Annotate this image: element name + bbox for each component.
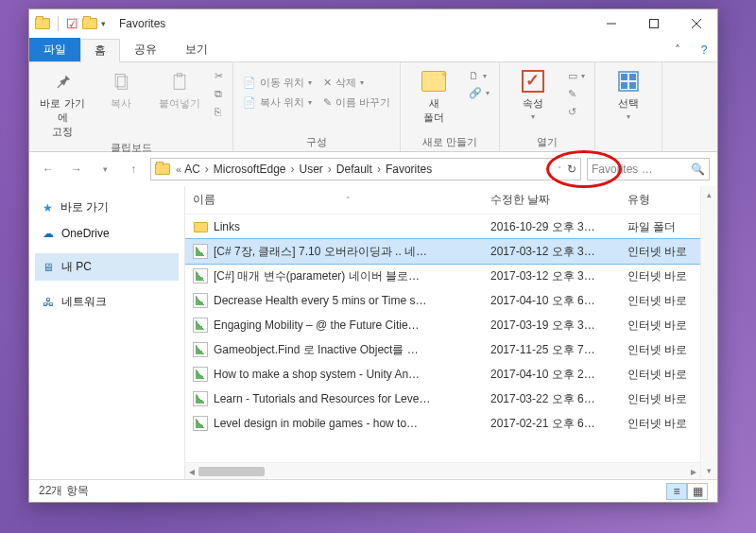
sidebar: ★바로 가기☁OneDrive🖥내 PC🖧네트워크 — [29, 186, 185, 479]
table-row[interactable]: Learn - Tutorials and Resources for Leve… — [185, 387, 700, 411]
select-button[interactable]: 선택 ▾ — [601, 64, 656, 121]
titlebar: ☑ ▾ Favorites — [29, 9, 717, 38]
file-type: 인터넷 바로 — [620, 416, 700, 432]
sidebar-item-net[interactable]: 🖧네트워크 — [35, 288, 179, 316]
table-row[interactable]: [C# 7장, 클래스] 7.10 오버라이딩과 .. 네…2017-03-12… — [185, 239, 700, 264]
forward-button[interactable]: → — [65, 158, 88, 181]
file-date: 2017-03-22 오후 6… — [483, 391, 620, 407]
rename-button[interactable]: ✎이름 바꾸기 — [319, 94, 394, 112]
edit-button[interactable]: ✎ — [564, 86, 589, 102]
file-type: 인터넷 바로 — [620, 342, 700, 358]
file-date: 2017-11-25 오후 7… — [483, 342, 620, 358]
easy-access-button[interactable]: 🔗▾ — [465, 85, 493, 101]
address-dropdown-icon[interactable]: ˅ — [558, 165, 561, 174]
table-row[interactable]: Links2016-10-29 오후 3…파일 폴더 — [185, 215, 700, 239]
table-row[interactable]: How to make a shop system - Unity An…201… — [185, 362, 700, 387]
up-button[interactable]: ↑ — [122, 158, 145, 181]
svg-rect-9 — [621, 74, 627, 80]
open-button[interactable]: ▭▾ — [564, 68, 589, 84]
open-icon: ▭ — [568, 70, 577, 82]
sidebar-item-label: 내 PC — [61, 259, 92, 275]
window-title: Favorites — [119, 17, 165, 30]
new-folder-button[interactable]: 새 폴더 — [406, 64, 461, 125]
ribbon: 바로 가기에 고정 복사 붙여넣기 ✂ ⧉ ⎘ 클립보드 — [29, 62, 717, 152]
recent-button[interactable]: ▾ — [94, 158, 116, 181]
file-date: 2017-02-21 오후 6… — [483, 416, 620, 432]
file-name: [C#] 매개 변수(parameter) 네이버 블로… — [214, 268, 420, 284]
new-item-button[interactable]: 🗋▾ — [465, 68, 493, 83]
back-button[interactable]: ← — [37, 158, 60, 181]
copy-button[interactable]: 복사 — [94, 64, 148, 111]
breadcrumb-microsoftedge[interactable]: MicrosoftEdge — [211, 163, 289, 176]
tab-file[interactable]: 파일 — [29, 38, 80, 61]
breadcrumb-user[interactable]: User — [297, 163, 326, 176]
explorer-window: ☑ ▾ Favorites 파일 홈 공유 보기 ˄ ? 바로 가기에 고정 — [28, 9, 718, 503]
table-row[interactable]: Decrease Health every 5 mins or Time s…2… — [185, 288, 700, 313]
view-details-button[interactable]: ≡ — [666, 483, 687, 500]
copy-path-button[interactable]: ⧉ — [211, 86, 227, 102]
file-type: 인터넷 바로 — [620, 293, 700, 309]
properties-button[interactable]: 속성 ▾ — [506, 64, 560, 121]
svg-rect-12 — [629, 82, 636, 89]
delete-button[interactable]: ✕삭제▾ — [319, 74, 394, 92]
history-button[interactable]: ↺ — [564, 104, 589, 120]
column-type[interactable]: 유형 — [620, 186, 700, 214]
column-date[interactable]: 수정한 날짜 — [483, 186, 620, 214]
table-row[interactable]: Level design in mobile games - how to…20… — [185, 411, 700, 436]
copyto-icon: 📄 — [243, 96, 256, 109]
breadcrumb-default[interactable]: Default — [334, 163, 375, 176]
star-icon: ★ — [43, 201, 53, 215]
cut-button[interactable]: ✂ — [211, 68, 227, 84]
ribbon-collapse-icon[interactable]: ˄ — [664, 38, 691, 61]
tab-share[interactable]: 공유 — [120, 38, 171, 61]
column-name[interactable]: 이름˄ — [185, 186, 483, 214]
search-icon: 🔍 — [691, 163, 705, 176]
breadcrumb-ac[interactable]: AC — [181, 163, 203, 176]
minimize-button[interactable] — [590, 9, 632, 38]
table-row[interactable]: Engaging Mobility – @ the Future Citie…2… — [185, 313, 700, 337]
address-bar[interactable]: « AC›MicrosoftEdge›User›Default›Favorite… — [150, 158, 581, 181]
tab-view[interactable]: 보기 — [171, 38, 222, 61]
sidebar-item-cloud[interactable]: ☁OneDrive — [35, 221, 179, 246]
move-to-button[interactable]: 📄이동 위치▾ — [239, 74, 316, 92]
view-icons-button[interactable]: ▦ — [687, 483, 708, 500]
tab-home[interactable]: 홈 — [80, 39, 120, 62]
horizontal-scrollbar[interactable]: ◂▸ — [185, 462, 700, 479]
properties-icon — [522, 70, 544, 93]
move-icon: 📄 — [243, 77, 256, 89]
file-name: How to make a shop system - Unity An… — [214, 368, 420, 381]
chevron-right-icon: › — [289, 163, 297, 176]
qat-properties-icon[interactable]: ☑ — [66, 16, 78, 31]
sidebar-item-star[interactable]: ★바로 가기 — [35, 194, 179, 221]
edit-icon: ✎ — [568, 88, 576, 100]
sidebar-item-label: 바로 가기 — [60, 199, 109, 215]
maximize-button[interactable] — [632, 9, 675, 38]
table-row[interactable]: [C#] 매개 변수(parameter) 네이버 블로…2017-03-12 … — [185, 264, 700, 288]
refresh-icon[interactable]: ↻ — [567, 163, 576, 176]
file-name: Learn - Tutorials and Resources for Leve… — [214, 392, 430, 405]
rename-icon: ✎ — [323, 96, 332, 109]
path-icon: ⧉ — [215, 88, 222, 100]
file-date: 2017-03-19 오후 3… — [483, 318, 620, 334]
file-type: 파일 폴더 — [620, 219, 700, 235]
close-button[interactable] — [675, 9, 717, 38]
paste-shortcut-button[interactable]: ⎘ — [211, 104, 227, 119]
file-name: Engaging Mobility – @ the Future Citie… — [214, 318, 420, 332]
qat-dropdown-icon[interactable]: ▾ — [101, 19, 106, 28]
paste-button[interactable]: 붙여넣기 — [152, 64, 207, 111]
pin-to-quickaccess-button[interactable]: 바로 가기에 고정 — [35, 64, 90, 139]
chevron-right-icon: › — [203, 163, 211, 176]
table-row[interactable]: Gameobject.Find 로 Inactive Object를 …2017… — [185, 337, 700, 362]
copy-to-button[interactable]: 📄복사 위치▾ — [239, 94, 316, 112]
qat-newfolder-icon[interactable] — [82, 18, 97, 29]
help-icon[interactable]: ? — [691, 38, 717, 61]
net-icon: 🖧 — [43, 296, 54, 309]
chevron-right-icon: › — [375, 163, 383, 176]
svg-rect-11 — [621, 82, 627, 89]
sidebar-item-pc[interactable]: 🖥내 PC — [35, 253, 179, 281]
cloud-icon: ☁ — [43, 227, 54, 240]
breadcrumb-favorites[interactable]: Favorites — [383, 163, 435, 176]
vertical-scrollbar[interactable]: ▴ ▾ — [700, 186, 717, 479]
file-date: 2017-03-12 오후 3… — [483, 268, 620, 284]
search-input[interactable]: Favorites … 🔍 — [587, 158, 710, 181]
